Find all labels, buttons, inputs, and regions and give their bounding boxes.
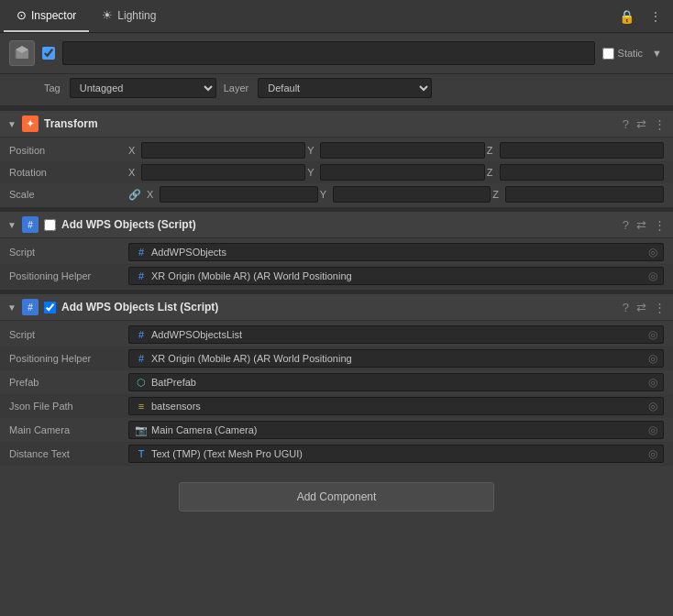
- add-wps-script-hash-icon: #: [135, 247, 148, 258]
- list-positioning-row: Positioning Helper # XR Origin (Mobile A…: [0, 346, 673, 370]
- rotation-x-input[interactable]: 0: [141, 164, 305, 181]
- rotation-row: Rotation X 0 Y 0 Z 0: [0, 161, 673, 183]
- transform-arrow-icon: ▼: [7, 119, 17, 129]
- transform-properties: Position X 0 Y 0 Z 0 Rotation X 0 Y 0 Z …: [0, 138, 673, 207]
- object-active-checkbox[interactable]: [42, 47, 55, 60]
- list-script-row: Script # AddWPSObjectsList ◎: [0, 323, 673, 346]
- list-distance-text-label: Distance Text: [9, 448, 128, 459]
- add-wps-list-arrow-icon: ▼: [7, 302, 17, 313]
- list-positioning-value: XR Origin (Mobile AR) (AR World Position…: [151, 353, 643, 364]
- add-wps-list-settings-icon[interactable]: ⇄: [636, 301, 646, 314]
- add-wps-list-menu-icon[interactable]: ⋮: [654, 301, 666, 314]
- scale-y-label: Y: [320, 189, 331, 200]
- lighting-icon: ☀: [102, 8, 113, 22]
- scale-link-icon: 🔗: [128, 189, 141, 201]
- add-wps-positioning-row: Positioning Helper # XR Origin (Mobile A…: [0, 264, 673, 288]
- layer-select[interactable]: Default: [258, 78, 432, 98]
- add-wps-objects-menu-icon[interactable]: ⋮: [654, 218, 666, 232]
- add-wps-positioning-circle-icon[interactable]: ◎: [648, 270, 657, 282]
- list-script-field[interactable]: # AddWPSObjectsList ◎: [128, 325, 664, 344]
- add-wps-objects-settings-icon[interactable]: ⇄: [636, 218, 646, 232]
- object-cube-icon: [9, 40, 35, 66]
- position-x-input[interactable]: 0: [141, 142, 305, 159]
- tab-inspector[interactable]: ⊙ Inspector: [4, 0, 89, 32]
- list-prefab-row: Prefab ⬡ BatPrefab ◎: [0, 370, 673, 394]
- transform-menu-icon[interactable]: ⋮: [654, 117, 666, 131]
- list-distance-text-row: Distance Text T Text (TMP) (Text Mesh Pr…: [0, 442, 673, 466]
- add-wps-objects-checkbox[interactable]: [44, 219, 56, 231]
- list-main-camera-field[interactable]: 📷 Main Camera (Camera) ◎: [128, 421, 664, 439]
- add-wps-list-checkbox[interactable]: [44, 302, 56, 314]
- menu-icon[interactable]: ⋮: [645, 7, 666, 26]
- add-wps-list-header-right: ? ⇄ ⋮: [623, 301, 666, 314]
- add-wps-script-circle-icon[interactable]: ◎: [648, 246, 657, 258]
- position-y-input[interactable]: 0: [320, 142, 484, 159]
- scale-x-label: X: [147, 189, 158, 200]
- list-script-value: AddWPSObjectsList: [151, 329, 643, 340]
- list-prefab-cube-icon: ⬡: [135, 377, 148, 389]
- transform-help-icon[interactable]: ?: [623, 117, 629, 131]
- rotation-y-input[interactable]: 0: [320, 164, 484, 181]
- add-wps-objects-section-header[interactable]: ▼ # Add WPS Objects (Script) ? ⇄ ⋮: [0, 211, 673, 238]
- add-wps-list-properties: Script # AddWPSObjectsList ◎ Positioning…: [0, 321, 673, 468]
- list-distance-text-circle-icon[interactable]: ◎: [648, 447, 657, 460]
- list-script-circle-icon[interactable]: ◎: [648, 328, 657, 341]
- list-json-path-label: Json File Path: [9, 401, 128, 412]
- transform-icon: ✦: [22, 116, 39, 132]
- rotation-z-input[interactable]: 0: [500, 164, 664, 181]
- scale-z-input[interactable]: 1: [505, 186, 664, 203]
- list-main-camera-value: Main Camera (Camera): [151, 424, 643, 435]
- list-positioning-field[interactable]: # XR Origin (Mobile AR) (AR World Positi…: [128, 349, 664, 368]
- add-wps-list-section-header[interactable]: ▼ # Add WPS Objects List (Script) ? ⇄ ⋮: [0, 293, 673, 321]
- add-wps-list-help-icon[interactable]: ?: [623, 301, 629, 314]
- tab-bar: ⊙ Inspector ☀ Lighting 🔒 ⋮: [0, 0, 673, 33]
- list-prefab-field[interactable]: ⬡ BatPrefab ◎: [128, 373, 664, 391]
- add-wps-list-script-icon: #: [22, 299, 39, 315]
- layer-label: Layer: [224, 82, 249, 94]
- tag-select[interactable]: Untagged: [70, 78, 216, 98]
- rotation-x-label: X: [128, 167, 139, 178]
- list-positioning-circle-icon[interactable]: ◎: [648, 352, 657, 365]
- position-z-input[interactable]: 0: [500, 142, 664, 159]
- scale-x-input[interactable]: 1: [160, 186, 318, 203]
- rotation-y-label: Y: [307, 167, 318, 178]
- list-json-path-value: batsensors: [151, 401, 643, 412]
- static-dropdown-arrow[interactable]: ▼: [650, 46, 664, 60]
- list-main-camera-row: Main Camera 📷 Main Camera (Camera) ◎: [0, 418, 673, 442]
- add-wps-objects-title: Add WPS Objects (Script): [61, 218, 617, 231]
- list-main-camera-circle-icon[interactable]: ◎: [648, 424, 657, 436]
- add-wps-objects-header-right: ? ⇄ ⋮: [623, 218, 666, 232]
- list-camera-icon: 📷: [135, 424, 148, 436]
- add-wps-positioning-field[interactable]: # XR Origin (Mobile AR) (AR World Positi…: [128, 267, 664, 285]
- add-wps-positioning-hash-icon: #: [135, 270, 148, 281]
- list-positioning-label: Positioning Helper: [9, 353, 128, 364]
- transform-section-header[interactable]: ▼ ✦ Transform ? ⇄ ⋮: [0, 110, 673, 138]
- list-json-path-field[interactable]: ≡ batsensors ◎: [128, 397, 664, 415]
- scale-y-input[interactable]: 1: [333, 186, 491, 203]
- list-prefab-circle-icon[interactable]: ◎: [648, 376, 657, 389]
- list-script-label: Script: [9, 329, 128, 340]
- add-wps-objects-properties: Script # AddWPSObjects ◎ Positioning Hel…: [0, 238, 673, 290]
- list-json-file-icon: ≡: [135, 401, 148, 412]
- add-wps-objects-arrow-icon: ▼: [7, 220, 17, 230]
- rotation-coords: X 0 Y 0 Z 0: [128, 164, 664, 181]
- transform-settings-icon[interactable]: ⇄: [636, 117, 646, 131]
- position-x-label: X: [128, 145, 139, 156]
- add-wps-objects-help-icon[interactable]: ?: [623, 218, 629, 232]
- object-header: WPSObjects Static ▼: [0, 33, 673, 74]
- tab-lighting-label: Lighting: [117, 9, 156, 22]
- add-component-button[interactable]: Add Component: [179, 482, 494, 512]
- tag-layer-row: Tag Untagged Layer Default: [0, 74, 673, 106]
- static-checkbox[interactable]: [602, 48, 614, 60]
- transform-title: Transform: [44, 117, 617, 130]
- add-wps-script-field[interactable]: # AddWPSObjects ◎: [128, 243, 664, 261]
- add-wps-positioning-value: XR Origin (Mobile AR) (AR World Position…: [151, 270, 643, 281]
- list-distance-text-field[interactable]: T Text (TMP) (Text Mesh Pro UGUI) ◎: [128, 445, 664, 463]
- inspector-icon: ⊙: [17, 8, 27, 22]
- tab-bar-actions: 🔒 ⋮: [615, 7, 669, 26]
- position-z-label: Z: [487, 145, 498, 156]
- list-json-path-circle-icon[interactable]: ◎: [648, 400, 657, 412]
- object-name-input[interactable]: WPSObjects: [62, 41, 595, 65]
- tab-lighting[interactable]: ☀ Lighting: [89, 0, 169, 32]
- lock-icon[interactable]: 🔒: [615, 7, 638, 26]
